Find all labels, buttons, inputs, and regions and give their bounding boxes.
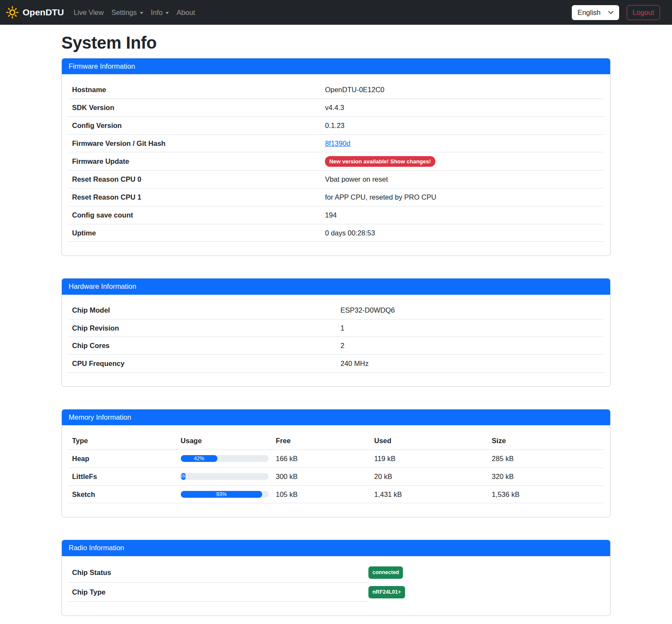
logout-button[interactable]: Logout [627,5,660,20]
radio-information-card: Radio Information Chip Status connected … [61,540,611,616]
chip-status-badge: connected [368,566,403,579]
table-row: Heap 42% 166 kB 119 kB 285 kB [69,450,603,468]
row-label: Reset Reason CPU 1 [69,189,322,206]
row-label: Hostname [69,81,322,99]
usage-cell: 93% [177,485,272,503]
git-hash-link[interactable]: 8f1390d [325,139,350,147]
hardware-information-card: Hardware Information Chip Model ESP32-D0… [61,278,611,386]
row-label: LittleFs [69,467,177,485]
radio-table: Chip Status connected Chip Type nRF24L01… [69,563,603,602]
row-value: nRF24L01+ [368,583,405,601]
row-value: 1 [337,319,604,337]
card-header-hardware: Hardware Information [62,279,610,294]
nav-item-info[interactable]: Info [147,5,173,20]
table-row: Chip Type nRF24L01+ [69,583,603,602]
table-row: Hostname OpenDTU-0E12C0 [69,81,603,99]
firmware-update-badge[interactable]: New version available! Show changes! [325,156,435,167]
nav-item-label: Info [151,9,163,17]
row-value: 8f1390d [322,134,603,152]
free-cell: 300 kB [272,467,371,485]
table-row: Chip Model ESP32-D0WDQ6 [69,302,603,319]
table-row: Config save count 194 [69,206,603,224]
row-label: Config Version [69,116,322,134]
column-header-size: Size [488,432,603,450]
nav-item-label: Live View [74,9,104,17]
card-header-memory: Memory Information [62,409,610,425]
table-row: SDK Version v4.4.3 [69,99,603,117]
row-label: Config save count [69,206,322,224]
table-row: Uptime 0 days 00:28:53 [69,224,603,242]
usage-progress: 42% [181,455,269,462]
row-label: Heap [69,450,177,468]
row-label: Firmware Update [69,152,322,171]
column-header-used: Used [371,432,488,450]
firmware-table: Hostname OpenDTU-0E12C0 SDK Version v4.4… [69,81,603,242]
free-cell: 105 kB [272,485,371,503]
language-selected-label: English [577,9,600,17]
row-label: Chip Type [69,583,368,602]
row-label: Firmware Version / Git Hash [69,134,322,152]
table-row: Firmware Version / Git Hash 8f1390d [69,134,603,152]
language-select[interactable]: English [572,5,619,20]
row-label: Chip Revision [69,319,337,337]
row-value: OpenDTU-0E12C0 [322,81,603,99]
row-label: Uptime [69,224,322,242]
caret-down-icon [165,12,169,14]
page-title: System Info [61,33,611,52]
column-header-free: Free [272,432,371,450]
used-cell: 119 kB [371,450,488,468]
table-row: Config Version 0.1.23 [69,116,603,134]
row-value: New version available! Show changes! [322,152,603,171]
table-row: Chip Cores 2 [69,337,603,355]
usage-progress-bar: 93% [181,491,263,498]
card-body: Chip Model ESP32-D0WDQ6 Chip Revision 1 … [62,295,610,386]
table-row: CPU Frequency 240 MHz [69,355,603,373]
usage-cell: 6% [177,467,272,485]
usage-cell: 42% [177,450,272,468]
row-value: 0 days 00:28:53 [322,224,603,242]
card-body: Type Usage Free Used Size Heap 42% [62,425,610,517]
row-value: for APP CPU, reseted by PRO CPU [322,189,603,206]
nav-item-label: Settings [111,9,137,17]
row-label: Reset Reason CPU 0 [69,171,322,189]
card-header-radio: Radio Information [62,540,610,556]
used-cell: 20 kB [371,467,488,485]
usage-progress-bar: 42% [181,455,218,462]
usage-progress: 93% [181,491,269,498]
nav-item-live-view[interactable]: Live View [70,5,107,20]
sun-icon [6,6,19,19]
row-label: Chip Cores [69,337,337,355]
hardware-table: Chip Model ESP32-D0WDQ6 Chip Revision 1 … [69,302,603,373]
card-body: Hostname OpenDTU-0E12C0 SDK Version v4.4… [62,74,610,255]
row-label: Chip Model [69,302,337,319]
table-row: Sketch 93% 105 kB 1,431 kB 1,536 kB [69,485,603,503]
table-header-row: Type Usage Free Used Size [69,432,603,450]
row-label: CPU Frequency [69,355,337,373]
row-value: ESP32-D0WDQ6 [337,302,604,319]
memory-information-card: Memory Information Type Usage Free Used … [61,409,611,517]
size-cell: 1,536 kB [488,485,603,503]
table-row: Reset Reason CPU 0 Vbat power on reset [69,171,603,189]
row-value: 2 [337,337,604,355]
navbar-right: English Logout [572,5,660,20]
nav-item-label: About [177,9,195,17]
row-value: 194 [322,206,603,224]
table-row: Firmware Update New version available! S… [69,152,603,171]
main-content: System Info Firmware Information Hostnam… [61,33,611,616]
column-header-type: Type [69,432,177,450]
row-value: Vbat power on reset [322,171,603,189]
row-value: 0.1.23 [322,116,603,134]
table-row: Chip Status connected [69,563,603,583]
size-cell: 285 kB [488,450,603,468]
firmware-information-card: Firmware Information Hostname OpenDTU-0E… [61,58,611,256]
used-cell: 1,431 kB [371,485,488,503]
chip-type-badge: nRF24L01+ [368,586,405,598]
column-header-usage: Usage [177,432,272,450]
row-value: v4.4.3 [322,99,603,117]
brand-link[interactable]: OpenDTU [6,6,64,19]
row-value: connected [368,563,403,582]
card-body: Chip Status connected Chip Type nRF24L01… [62,556,610,616]
chevron-down-icon [608,11,614,15]
nav-item-about[interactable]: About [173,5,199,20]
nav-item-settings[interactable]: Settings [107,5,147,20]
